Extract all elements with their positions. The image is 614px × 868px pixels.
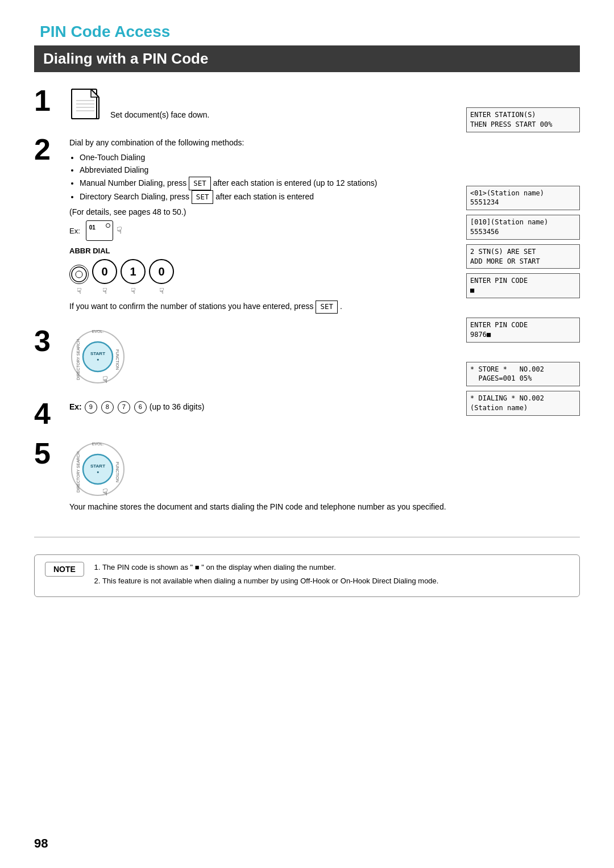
step-1-content: Set document(s) face down.: [69, 86, 455, 124]
step-2-bullet-3: Manual Number Dialing, press SET after e…: [80, 177, 455, 190]
display-stns-line1: 2 STN(S) ARE SET: [470, 247, 576, 257]
svg-point-10: [72, 267, 86, 282]
step-3-row: 3 START ● EVOL. DIRECTORY SEARCH FUNCTI: [34, 326, 455, 389]
dial-digit-2: 0: [149, 259, 174, 284]
display-stns-line2: ADD MORE OR START: [470, 257, 576, 266]
step-4-digit-9: 9: [85, 401, 97, 414]
step-4-suffix: (up to 36 digits): [150, 401, 205, 413]
step-4-ex-label: Ex:: [69, 401, 82, 413]
step-5-text: Your machine stores the document and sta…: [69, 501, 455, 513]
step-2-intro: Dial by any combination of the following…: [69, 137, 455, 149]
start-button-icon-3: START ● EVOL. DIRECTORY SEARCH FUNCTION …: [69, 328, 126, 385]
display-pin-code-value: ENTER PIN CODE 9876■: [466, 318, 580, 343]
dial-group-1: 0 ☟: [92, 259, 117, 297]
display-pin-code-line1: ENTER PIN CODE: [470, 320, 576, 330]
finger-icon-abbr: ☟: [77, 285, 82, 297]
svg-text:DIRECTORY SEARCH: DIRECTORY SEARCH: [76, 452, 80, 493]
display-station2: [010](Station name) 5553456: [466, 215, 580, 240]
note-label: NOTE: [45, 562, 84, 577]
note-item-2: This feature is not available when diali…: [102, 575, 439, 587]
abbr-dial-label: ABBR DIAL: [69, 245, 455, 257]
panel-dot: [106, 223, 110, 228]
start-button-icon-5: START ● EVOL. DIRECTORY SEARCH FUNCTION …: [69, 441, 126, 498]
display-enter-pin-line1: ENTER PIN CODE: [470, 276, 576, 286]
step-4-digit-6: 6: [134, 401, 147, 414]
dial-group-2: 1 ☟: [121, 259, 146, 297]
spacer-2: [466, 137, 580, 182]
display-station2-line2: 5553456: [470, 227, 576, 237]
step-2-confirm: If you want to confirm the number of sta…: [69, 301, 455, 314]
finger-icon-2: ☟: [102, 285, 107, 297]
note-content: The PIN code is shown as " ■ " on the di…: [93, 562, 439, 590]
display-enter-station-line1: ENTER STATION(S): [470, 110, 576, 120]
dial-icons: ☟ 0 ☟ 1 ☟ 0: [69, 259, 455, 297]
step-2-pages: (For details, see pages 48 to 50.): [69, 206, 455, 218]
svg-text:DIRECTORY SEARCH: DIRECTORY SEARCH: [76, 339, 80, 380]
display-store-line2: PAGES=001 05%: [470, 374, 576, 383]
step-5-content: START ● EVOL. DIRECTORY SEARCH FUNCTION …: [69, 439, 455, 515]
display-store: * STORE * NO.002 PAGES=001 05%: [466, 362, 580, 387]
step-1-text: Set document(s) face down.: [110, 109, 209, 121]
ex-row: Ex: 01 ☟: [69, 220, 455, 241]
abbr-button-icon: [69, 265, 89, 284]
display-station2-line1: [010](Station name): [470, 218, 576, 227]
main-content: 1: [34, 86, 580, 525]
step-1-number: 1: [34, 86, 63, 115]
set-kbd-2: SET: [192, 190, 214, 204]
svg-text:FUNCTION: FUNCTION: [115, 349, 119, 370]
svg-text:●: ●: [97, 470, 99, 474]
svg-text:EVOL.: EVOL.: [92, 442, 104, 446]
step-4-content: Ex: 9 8 7 6 (up to 36 digits): [69, 399, 455, 414]
svg-point-21: [83, 454, 113, 484]
note-list: The PIN code is shown as " ■ " on the di…: [102, 562, 439, 588]
display-enter-station-line2: THEN PRESS START 00%: [470, 120, 576, 130]
section-header: Dialing with a PIN Code: [34, 45, 580, 72]
page-title: PIN Code Access: [40, 23, 580, 41]
display-dialing-line1: * DIALING * NO.002: [470, 394, 576, 403]
svg-text:FUNCTION: FUNCTION: [115, 462, 119, 482]
page-number: 98: [34, 836, 48, 851]
display-enter-pin-line2: ■: [470, 286, 576, 295]
note-item-1: The PIN code is shown as " ■ " on the di…: [102, 562, 439, 574]
display-pin-code-line2: 9876■: [470, 330, 576, 340]
set-kbd-3: SET: [316, 301, 338, 314]
step-2-bullets: One-Touch Dialing Abbreviated Dialing Ma…: [80, 151, 455, 204]
dial-group-3: 0 ☟: [149, 259, 174, 297]
right-column: ENTER STATION(S) THEN PRESS START 00% <0…: [466, 86, 580, 525]
step-4-digit-8: 8: [101, 401, 114, 414]
dial-digit-0: 0: [92, 259, 117, 284]
left-column: 1: [34, 86, 455, 525]
divider: [34, 537, 580, 537]
set-kbd-1: SET: [189, 177, 211, 190]
spacer-top: [466, 86, 580, 104]
step-1-row: 1: [34, 86, 455, 124]
svg-text:START: START: [90, 351, 105, 356]
spacer-4: [466, 347, 580, 358]
page-container: PIN Code Access Dialing with a PIN Code …: [0, 0, 614, 868]
finger-icon-4: ☟: [159, 285, 164, 297]
step-2-row: 2 Dial by any combination of the followi…: [34, 135, 455, 316]
ex-label: Ex:: [69, 226, 80, 237]
abbr-dial-section: ABBR DIAL ☟: [69, 245, 455, 297]
step-3-number: 3: [34, 326, 63, 356]
step-2-bullet-2: Abbreviated Dialing: [80, 164, 455, 176]
step-2-number: 2: [34, 135, 63, 164]
small-panel: 01: [86, 220, 113, 241]
step-4-row: 4 Ex: 9 8 7 6 (up to 36 digits): [34, 399, 455, 428]
display-store-line1: * STORE * NO.002: [470, 365, 576, 374]
step-5-number: 5: [34, 439, 63, 468]
dial-digit-1: 1: [121, 259, 146, 284]
display-dialing-line2: (Station name): [470, 403, 576, 413]
svg-text:☟: ☟: [102, 487, 108, 497]
step-3-content: START ● EVOL. DIRECTORY SEARCH FUNCTION …: [69, 326, 455, 389]
document-icon: [69, 88, 103, 121]
step-2-content: Dial by any combination of the following…: [69, 135, 455, 316]
svg-text:●: ●: [97, 357, 99, 361]
step-5-icon-area: START ● EVOL. DIRECTORY SEARCH FUNCTION …: [69, 441, 455, 498]
step-4-digit-7: 7: [118, 401, 130, 414]
note-section: NOTE The PIN code is shown as " ■ " on t…: [34, 554, 580, 598]
step-4-number: 4: [34, 399, 63, 428]
display-station1-line1: <01>(Station name): [470, 189, 576, 198]
step-5-row: 5 START ● EVOL. DIRECTORY SEARCH FUNCTIO…: [34, 439, 455, 515]
svg-text:☟: ☟: [102, 375, 108, 385]
